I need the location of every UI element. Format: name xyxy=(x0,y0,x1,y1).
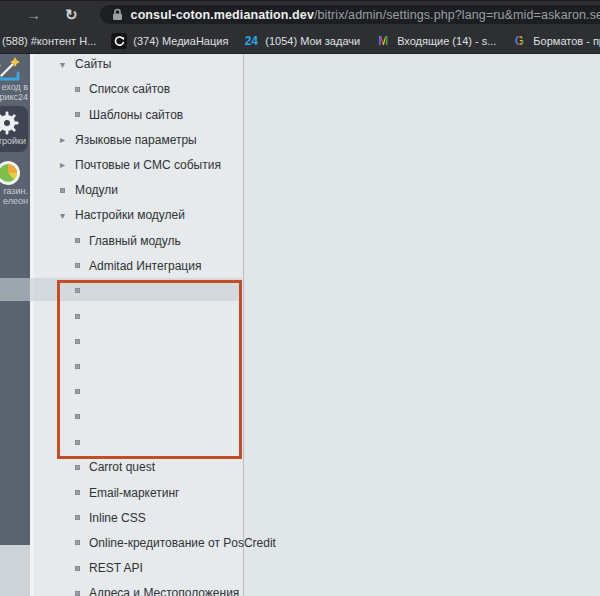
menu-item-label: Языковые параметры xyxy=(75,127,197,152)
menu-item-label: Сайты xyxy=(75,54,111,77)
bullet-icon xyxy=(75,228,80,253)
chevron-right-icon[interactable]: ▸ xyxy=(60,127,65,152)
bookmark-item-3[interactable]: MВходящие (14) - s... xyxy=(375,33,496,49)
main-content-area xyxy=(243,54,600,596)
bullet-icon xyxy=(75,278,80,303)
menu-item-admitad-интеграция[interactable]: Admitad Интеграция xyxy=(34,253,242,278)
chevron-down-icon[interactable]: ▾ xyxy=(60,54,65,77)
menu-item-rest-api[interactable]: REST API xyxy=(34,556,242,581)
bullet-icon xyxy=(75,379,80,404)
menu-item-языковые-параметры[interactable]: ▸Языковые параметры xyxy=(34,127,242,152)
bullet-icon xyxy=(75,581,80,596)
menu-item-empty-11[interactable] xyxy=(34,329,242,354)
menu-item-label: Online-кредитование от PosCredit xyxy=(89,530,276,555)
menu-item-главный-модуль[interactable]: Главный модуль xyxy=(34,228,242,253)
bookmark-label: Борматов - прог... xyxy=(533,35,600,47)
menu-item-настройки-модулей[interactable]: ▾Настройки модулей xyxy=(34,203,242,228)
bullet-icon xyxy=(75,253,80,278)
bullet-icon xyxy=(75,480,80,505)
apps-icon xyxy=(0,160,30,186)
menu-item-шаблоны-сайтов[interactable]: Шаблоны сайтов xyxy=(34,102,242,127)
menu-item-список-сайтов[interactable]: Список сайтов xyxy=(34,77,242,102)
bullet-icon xyxy=(75,77,80,102)
menu-item-carrot-quest[interactable]: Carrot quest xyxy=(34,455,242,480)
menu-item-empty-12[interactable] xyxy=(34,354,242,379)
bullet-icon xyxy=(75,430,80,455)
forward-button[interactable]: → xyxy=(26,7,41,22)
page-left-background xyxy=(0,543,30,596)
menu-item-online-кредитование-от-poscredit[interactable]: Online-кредитование от PosCredit xyxy=(34,530,242,555)
menu-item-empty-15[interactable] xyxy=(34,430,242,455)
menu-item-label: Email-маркетинг xyxy=(89,480,179,505)
bullet-icon xyxy=(75,505,80,530)
chevron-down-icon[interactable]: ▾ xyxy=(60,203,65,228)
bullet-icon xyxy=(75,556,80,581)
menu-item-empty-14[interactable] xyxy=(34,404,242,429)
page-content: еход врикс24тройкигазин.елеон ▾СайтыСпис… xyxy=(0,54,600,596)
url-domain: consul-coton.medianation.dev xyxy=(131,8,314,22)
menu-item-label: Настройки модулей xyxy=(75,203,185,228)
bookmark-label: Входящие (14) - s... xyxy=(397,35,496,47)
bookmarks-bar: (588) #контент Н...(374) МедиаНация24(10… xyxy=(0,28,600,54)
bookmark-label: (588) #контент Н... xyxy=(2,35,96,47)
menu-item-email-маркетинг[interactable]: Email-маркетинг xyxy=(34,480,242,505)
bookmark-label: (374) МедиаНация xyxy=(133,35,228,47)
bullet-icon xyxy=(75,404,80,429)
menu-item-label: Admitad Интеграция xyxy=(89,253,201,278)
wand-icon xyxy=(0,56,30,82)
panel-item-label: еход в xyxy=(0,82,30,92)
browser-window: → ↻ consul-coton.medianation.dev/bitrix/… xyxy=(0,0,600,596)
menu-item-label: Почтовые и СМС события xyxy=(75,152,221,177)
bullet-icon xyxy=(60,178,65,203)
menu-item-сайты[interactable]: ▾Сайты xyxy=(34,54,242,77)
gmail-favicon-icon: M xyxy=(375,33,391,49)
panel-item-label: елеон xyxy=(0,196,30,206)
chevron-right-icon[interactable]: ▸ xyxy=(60,152,65,177)
bullet-icon xyxy=(75,354,80,379)
bookmark-item-0[interactable]: (588) #контент Н... xyxy=(2,35,96,47)
lock-icon xyxy=(112,8,123,21)
bookmark-item-1[interactable]: (374) МедиаНация xyxy=(111,33,228,49)
bookmark-label: (1054) Мои задачи xyxy=(265,35,360,47)
gear-icon xyxy=(0,110,28,136)
bitrix24-favicon-icon: 24 xyxy=(243,33,259,49)
menu-item-label: Главный модуль xyxy=(89,228,181,253)
panel-item-label: тройки xyxy=(0,136,28,146)
menu-item-почтовые-и-смс-события[interactable]: ▸Почтовые и СМС события xyxy=(34,152,242,177)
medianation-favicon-icon xyxy=(111,33,127,49)
google-favicon-icon: G xyxy=(511,33,527,49)
panel-item-bitrix24-link[interactable]: еход врикс24 xyxy=(0,56,30,102)
menu-item-empty-13[interactable] xyxy=(34,379,242,404)
browser-toolbar: → ↻ consul-coton.medianation.dev/bitrix/… xyxy=(0,0,600,28)
bullet-icon xyxy=(75,304,80,329)
bullet-icon xyxy=(75,455,80,480)
panel-item-label: рикс24 xyxy=(0,92,30,102)
menu-item-label: REST API xyxy=(89,556,143,581)
menu-item-label: Шаблоны сайтов xyxy=(89,102,183,127)
reload-button[interactable]: ↻ xyxy=(65,7,78,22)
bullet-icon xyxy=(75,102,80,127)
bullet-icon xyxy=(75,329,80,354)
menu-item-empty-10[interactable] xyxy=(34,304,242,329)
menu-item-адреса-и-местоположения[interactable]: Адреса и Местоположения xyxy=(34,581,242,596)
menu-item-inline-css[interactable]: Inline CSS xyxy=(34,505,242,530)
address-bar[interactable]: consul-coton.medianation.dev/bitrix/admi… xyxy=(100,5,600,24)
panel-item-marketplace[interactable]: газин.елеон xyxy=(0,160,30,206)
menu-item-label: Модули xyxy=(75,178,118,203)
menu-item-label: Carrot quest xyxy=(89,455,155,480)
menu-item-empty-9[interactable] xyxy=(34,278,242,303)
menu-item-label: Inline CSS xyxy=(89,505,146,530)
menu-item-модули[interactable]: Модули xyxy=(34,178,242,203)
bookmark-item-4[interactable]: GБорматов - прог... xyxy=(511,33,600,49)
bookmark-item-2[interactable]: 24(1054) Мои задачи xyxy=(243,33,360,49)
panel-item-settings[interactable]: тройки xyxy=(0,106,28,152)
bullet-icon xyxy=(75,530,80,555)
panel-item-label: газин. xyxy=(0,186,30,196)
url-path: /bitrix/admin/settings.php?lang=ru&mid=a… xyxy=(314,8,600,22)
menu-item-label: Список сайтов xyxy=(89,77,170,102)
menu-item-label: Адреса и Местоположения xyxy=(89,581,239,596)
